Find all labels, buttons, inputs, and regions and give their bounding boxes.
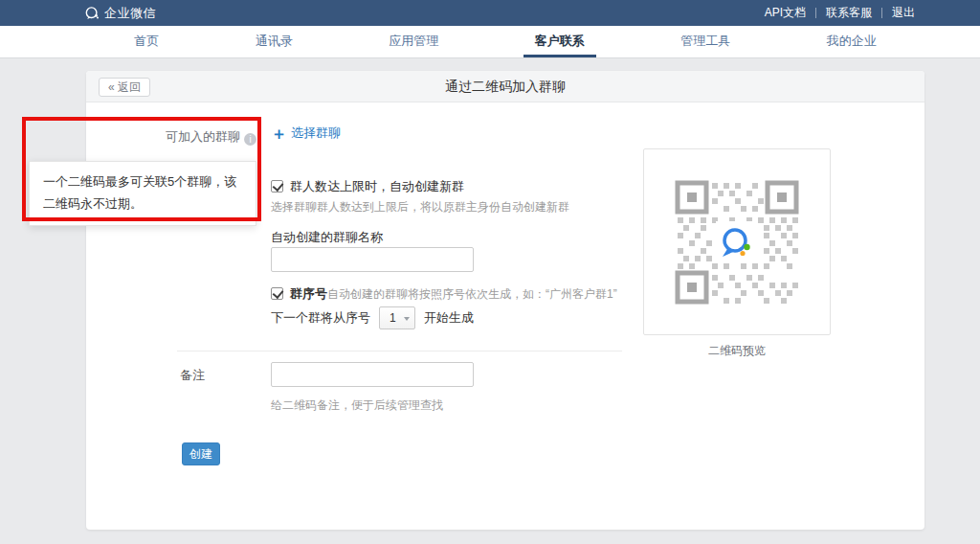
auto-create-hint: 选择群聊群人数达到上限后，将以原群主身份自动创建新群 — [271, 199, 569, 215]
info-icon[interactable]: i — [244, 133, 256, 146]
auto-name-input[interactable] — [271, 247, 474, 272]
card-header: « 返回 通过二维码加入群聊 — [86, 71, 924, 102]
tab-home[interactable]: 首页 — [128, 26, 165, 57]
serial-suffix: 开始生成 — [424, 306, 474, 329]
joinable-groups-label-text: 可加入的群聊 — [166, 129, 240, 144]
topbar-link-contact-support[interactable]: 联系客服 — [816, 5, 881, 21]
topbar-link-api-docs[interactable]: API文档 — [755, 5, 815, 21]
qr-preview-box — [643, 148, 831, 335]
topbar: 企业微信 API文档 联系客服 退出 — [0, 0, 980, 26]
auto-create-row: 群人数达上限时，自动创建新群 — [271, 178, 464, 195]
main-nav: 首页 通讯录 应用管理 客户联系 管理工具 我的企业 — [0, 26, 980, 58]
brand: 企业微信 — [84, 0, 156, 26]
tab-management-tools[interactable]: 管理工具 — [675, 26, 736, 57]
remark-hint: 给二维码备注，便于后续管理查找 — [271, 397, 443, 414]
serial-select-value: 1 — [390, 311, 396, 325]
serial-label-bold: 群序号 — [290, 286, 327, 301]
divider — [177, 351, 622, 351]
auto-name-label: 自动创建的群聊名称 — [271, 229, 383, 246]
auto-create-label: 群人数达上限时，自动创建新群 — [290, 179, 464, 193]
qr-preview-caption: 二维码预览 — [643, 343, 831, 359]
remark-input[interactable] — [271, 362, 474, 387]
select-group-link[interactable]: ＋ 选择群聊 — [271, 125, 341, 142]
tab-my-company[interactable]: 我的企业 — [821, 26, 882, 57]
joinable-groups-label: 可加入的群聊i — [86, 128, 256, 146]
content-card: « 返回 通过二维码加入群聊 可加入的群聊i ＋ 选择群聊 群人数达上限时，自动… — [86, 71, 924, 530]
chevron-down-icon — [404, 317, 410, 321]
select-group-link-label: 选择群聊 — [291, 125, 341, 142]
topbar-link-logout[interactable]: 退出 — [882, 5, 924, 21]
plus-icon: ＋ — [271, 125, 287, 142]
tab-customer-contact[interactable]: 客户联系 — [529, 26, 590, 57]
qr-code-placeholder — [670, 175, 804, 309]
serial-label-rest: 自动创建的群聊将按照序号依次生成，如：“广州客户群1” — [327, 287, 617, 301]
serial-row: 群序号自动创建的群聊将按照序号依次生成，如：“广州客户群1” — [271, 285, 617, 303]
page-root: { "topbar": { "brand": "企业微信", "links": … — [0, 0, 980, 544]
serial-select[interactable]: 1 — [379, 306, 415, 329]
page-title: 通过二维码加入群聊 — [86, 71, 924, 102]
auto-create-checkbox[interactable] — [271, 180, 283, 193]
remark-label: 备注 — [180, 367, 205, 384]
serial-prefix: 下一个群将从序号 — [271, 306, 370, 329]
tab-contacts[interactable]: 通讯录 — [250, 26, 299, 57]
main-nav-inner: 首页 通讯录 应用管理 客户联系 管理工具 我的企业 — [86, 26, 924, 57]
qr-limit-tooltip: 一个二维码最多可关联5个群聊，该二维码永不过期。 — [29, 161, 256, 226]
topbar-links: API文档 联系客服 退出 — [755, 0, 924, 26]
wechat-work-logo-icon — [84, 6, 100, 21]
create-button[interactable]: 创建 — [182, 442, 220, 465]
tab-app-management[interactable]: 应用管理 — [383, 26, 444, 57]
serial-gen-row: 下一个群将从序号 1 开始生成 — [271, 306, 474, 329]
brand-name: 企业微信 — [104, 5, 156, 22]
serial-checkbox[interactable] — [271, 287, 283, 300]
